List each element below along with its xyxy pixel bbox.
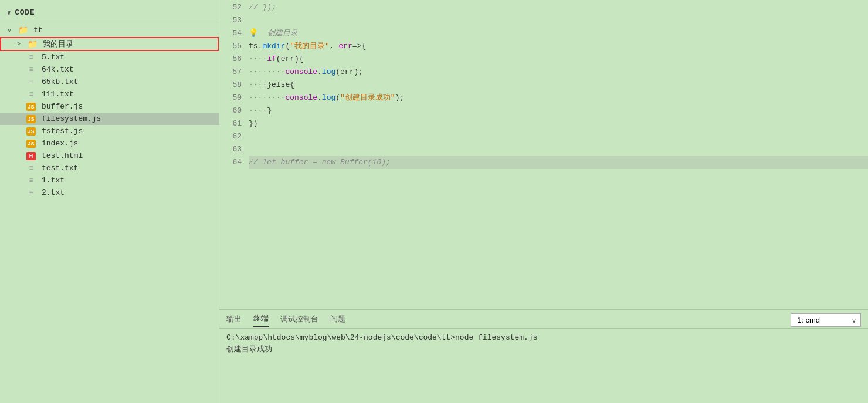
terminal-line-2: 创建目录成功 xyxy=(226,344,861,355)
tree-item-tt-folder[interactable]: ∨📁tt xyxy=(0,23,219,37)
folder-icon: 📁 xyxy=(18,25,28,35)
line-number: 63 xyxy=(224,143,242,156)
js-file-icon: JS xyxy=(26,115,36,123)
tree-item-bufferjs[interactable]: JSbuffer.js xyxy=(0,100,219,113)
line-number: 60 xyxy=(224,104,242,117)
main-area: 52535455565758596061626364 // });💡 创建目录f… xyxy=(219,0,868,403)
tree-item-1txt[interactable]: ≡1.txt xyxy=(0,174,219,187)
txt-file-icon: ≡ xyxy=(26,189,36,197)
terminal-dropdown-wrapper[interactable]: 1: cmd xyxy=(791,313,861,327)
bottom-panel: 输出 终端 调试控制台 问题 1: cmd C:\xampp\htdocs\my… xyxy=(219,309,868,403)
code-line: ········console.log("创建目录成功"); xyxy=(249,92,868,104)
line-number: 64 xyxy=(224,156,242,169)
tree-item-label: 我的目录 xyxy=(43,39,73,49)
txt-file-icon: ≡ xyxy=(26,177,36,185)
folder-chevron-icon[interactable]: > xyxy=(17,41,23,48)
tree-item-label: 2.txt xyxy=(42,188,65,197)
tab-problems[interactable]: 问题 xyxy=(330,314,345,327)
tree-item-label: test.txt xyxy=(42,164,78,172)
txt-file-icon: ≡ xyxy=(26,78,36,86)
editor-area: 52535455565758596061626364 // });💡 创建目录f… xyxy=(219,0,868,309)
txt-file-icon: ≡ xyxy=(26,164,36,172)
tree-item-65kbtxt[interactable]: ≡65kb.txt xyxy=(0,76,219,88)
code-line: // let buffer = new Buffer(10); xyxy=(249,156,868,169)
txt-file-icon: ≡ xyxy=(26,66,36,74)
line-number: 56 xyxy=(224,53,242,66)
line-number: 58 xyxy=(224,79,242,92)
tree-item-label: fstest.js xyxy=(42,127,83,136)
tree-item-111txt[interactable]: ≡111.txt xyxy=(0,88,219,100)
tree-item-label: test.html xyxy=(42,151,83,160)
js-file-icon: JS xyxy=(26,140,36,148)
tree-item-filesystemjs[interactable]: JSfilesystem.js xyxy=(0,113,219,125)
line-number: 57 xyxy=(224,66,242,79)
tree-item-my-dir[interactable]: >📁我的目录 xyxy=(0,37,219,51)
tree-item-testtxt[interactable]: ≡test.txt xyxy=(0,162,219,174)
code-line: ····} xyxy=(249,104,868,117)
code-line xyxy=(249,130,868,143)
terminal-selector: 1: cmd xyxy=(791,313,861,327)
tree-item-label: 5.txt xyxy=(42,53,65,62)
tree-item-2txt[interactable]: ≡2.txt xyxy=(0,187,219,199)
tree-item-label: 64k.txt xyxy=(42,65,74,74)
line-number: 61 xyxy=(224,117,242,130)
code-line xyxy=(249,143,868,156)
code-line: fs.mkdir("我的目录", err=>{ xyxy=(249,40,868,53)
tree-item-label: tt xyxy=(33,26,43,35)
sidebar-collapse-icon[interactable]: ∨ xyxy=(7,9,11,16)
sidebar-header: ∨ CODE xyxy=(0,0,219,23)
terminal-line-1: C:\xampp\htdocs\myblog\web\24-nodejs\cod… xyxy=(226,332,861,344)
code-line: // }); xyxy=(249,1,868,14)
terminal-content[interactable]: C:\xampp\htdocs\myblog\web\24-nodejs\cod… xyxy=(219,329,868,403)
tree-item-label: buffer.js xyxy=(42,102,83,111)
sidebar: ∨ CODE ∨📁tt>📁我的目录≡5.txt≡64k.txt≡65kb.txt… xyxy=(0,0,219,403)
tree-item-5txt[interactable]: ≡5.txt xyxy=(0,51,219,63)
code-line xyxy=(249,14,868,27)
tree-item-label: index.js xyxy=(42,139,78,148)
folder-icon: 📁 xyxy=(28,39,38,49)
code-line: ····if(err){ xyxy=(249,53,868,66)
file-tree: ∨📁tt>📁我的目录≡5.txt≡64k.txt≡65kb.txt≡111.tx… xyxy=(0,23,219,199)
line-numbers: 52535455565758596061626364 xyxy=(219,0,249,309)
line-number: 55 xyxy=(224,40,242,53)
txt-file-icon: ≡ xyxy=(26,90,36,99)
folder-chevron-icon[interactable]: ∨ xyxy=(8,27,13,34)
tree-item-label: 65kb.txt xyxy=(42,77,78,86)
tree-item-label: filesystem.js xyxy=(42,114,101,123)
line-number: 54 xyxy=(224,27,242,40)
code-line: }) xyxy=(249,117,868,130)
tab-output[interactable]: 输出 xyxy=(226,314,242,327)
tree-item-testhtml[interactable]: Htest.html xyxy=(0,150,219,162)
terminal-dropdown[interactable]: 1: cmd xyxy=(791,313,861,327)
line-number: 53 xyxy=(224,14,242,27)
js-file-icon: JS xyxy=(26,127,36,136)
bottom-tabs: 输出 终端 调试控制台 问题 1: cmd xyxy=(219,310,868,329)
tab-terminal[interactable]: 终端 xyxy=(253,313,269,327)
line-number: 59 xyxy=(224,92,242,104)
code-line: ········console.log(err); xyxy=(249,66,868,79)
tab-debug-console[interactable]: 调试控制台 xyxy=(280,314,318,327)
tree-item-indexjs[interactable]: JSindex.js xyxy=(0,137,219,150)
line-number: 52 xyxy=(224,1,242,14)
tree-item-label: 111.txt xyxy=(42,90,74,99)
tree-item-64ktxt[interactable]: ≡64k.txt xyxy=(0,63,219,76)
tree-item-fstestjs[interactable]: JSfstest.js xyxy=(0,125,219,137)
js-file-icon: JS xyxy=(26,103,36,111)
txt-file-icon: ≡ xyxy=(26,53,36,62)
code-line: ····}else{ xyxy=(249,79,868,92)
sidebar-title: CODE xyxy=(15,8,35,17)
code-content[interactable]: // });💡 创建目录fs.mkdir("我的目录", err=>{····i… xyxy=(249,0,868,309)
code-line: 💡 创建目录 xyxy=(249,27,868,40)
line-number: 62 xyxy=(224,130,242,143)
tree-item-label: 1.txt xyxy=(42,176,65,185)
html-file-icon: H xyxy=(26,152,36,160)
